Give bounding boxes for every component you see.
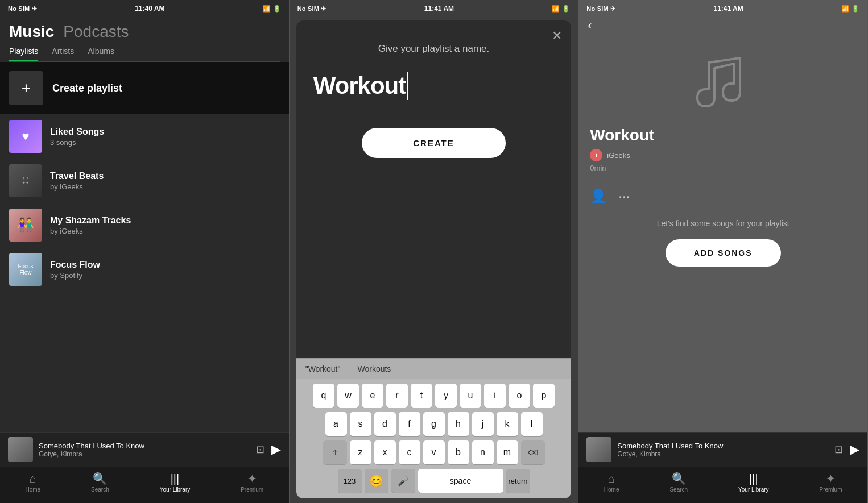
- autocomplete-workouts[interactable]: Workouts: [357, 364, 391, 373]
- add-songs-button[interactable]: ADD SONGS: [666, 239, 781, 267]
- list-item[interactable]: ♥ Liked Songs 3 songs: [0, 114, 289, 159]
- key-l[interactable]: l: [521, 412, 543, 436]
- key-t[interactable]: t: [411, 384, 432, 408]
- more-options-icon[interactable]: ···: [618, 188, 630, 204]
- search-icon-3: 🔍: [672, 472, 686, 485]
- status-center-2: 11:41 AM: [424, 5, 454, 13]
- home-icon-3: ⌂: [608, 472, 615, 485]
- play-button-1[interactable]: ▶: [271, 442, 281, 457]
- keyboard-bottom-row: 123 😊 🎤 space return: [299, 469, 569, 493]
- key-shift[interactable]: ⇧: [323, 440, 347, 464]
- travel-beats-sub: by iGeeks: [50, 182, 104, 191]
- key-f[interactable]: f: [399, 412, 420, 436]
- travel-beats-info: Travel Beats by iGeeks: [50, 171, 104, 191]
- list-item[interactable]: 👫 My Shazam Tracks by iGeeks: [0, 203, 289, 247]
- owner-row: i iGeeks: [590, 149, 856, 161]
- plus-box: +: [9, 71, 43, 105]
- key-e[interactable]: e: [362, 384, 383, 408]
- key-m[interactable]: m: [497, 440, 518, 464]
- music-note-icon: [578, 35, 867, 126]
- play-button-3[interactable]: ▶: [850, 442, 859, 457]
- travel-beats-name: Travel Beats: [50, 171, 104, 181]
- airplay-icon-1[interactable]: ⊡: [256, 443, 264, 456]
- key-k[interactable]: k: [497, 412, 518, 436]
- key-a[interactable]: a: [325, 412, 347, 436]
- key-o[interactable]: o: [509, 384, 530, 408]
- close-button[interactable]: ✕: [552, 28, 562, 43]
- focus-sub: by Spotify: [50, 271, 100, 280]
- search-icon-1: 🔍: [93, 472, 107, 485]
- status-bar-2: No SIM ✈ 11:41 AM 📶 🔋: [290, 0, 578, 16]
- key-q[interactable]: q: [313, 384, 334, 408]
- autocomplete-workout-quoted[interactable]: "Workout": [305, 364, 341, 373]
- key-u[interactable]: u: [460, 384, 481, 408]
- tab-artists[interactable]: Artists: [52, 47, 74, 61]
- key-return[interactable]: return: [506, 469, 530, 493]
- bottom-nav-3: ⌂ Home 🔍 Search ||| Your Library ✦ Premi…: [578, 467, 867, 503]
- status-right-2: 📶 🔋: [552, 5, 570, 13]
- create-button[interactable]: CREATE: [362, 128, 506, 158]
- tab-albums[interactable]: Albums: [88, 47, 114, 61]
- heart-icon: ♥: [22, 129, 29, 144]
- battery-icon-3: 🔋: [852, 5, 859, 13]
- key-h[interactable]: h: [448, 412, 469, 436]
- key-i[interactable]: i: [484, 384, 506, 408]
- battery-icon-2: 🔋: [562, 5, 570, 13]
- bottom-nav-1: ⌂ Home 🔍 Search ||| Your Library ✦ Premi…: [0, 467, 289, 503]
- key-d[interactable]: d: [374, 412, 396, 436]
- key-n[interactable]: n: [472, 440, 494, 464]
- nav-library-1[interactable]: ||| Your Library: [160, 472, 191, 493]
- keyboard-row-1: q w e r t y u i o p: [299, 384, 569, 408]
- wifi-icon-2: 📶: [552, 5, 560, 13]
- status-left-3: No SIM ✈: [586, 5, 615, 13]
- keyboard-row-2: a s d f g h j k l: [299, 412, 569, 436]
- add-follower-icon[interactable]: 👤: [590, 188, 607, 204]
- key-v[interactable]: v: [423, 440, 445, 464]
- key-space[interactable]: space: [418, 469, 503, 493]
- airplay-icon-3[interactable]: ⊡: [834, 443, 843, 456]
- nav-home-1[interactable]: ⌂ Home: [25, 472, 40, 493]
- nav-premium-1[interactable]: ✦ Premium: [241, 472, 263, 493]
- nav-home-3[interactable]: ⌂ Home: [604, 472, 619, 493]
- key-w[interactable]: w: [337, 384, 359, 408]
- key-s[interactable]: s: [350, 412, 371, 436]
- key-x[interactable]: x: [374, 440, 396, 464]
- back-button[interactable]: ‹: [578, 16, 867, 35]
- key-p[interactable]: p: [533, 384, 555, 408]
- key-backspace[interactable]: ⌫: [521, 440, 545, 464]
- nav-library-3[interactable]: ||| Your Library: [738, 472, 769, 493]
- key-z[interactable]: z: [350, 440, 371, 464]
- list-item[interactable]: FocusFlow Focus Flow by Spotify: [0, 247, 289, 292]
- premium-icon-1: ✦: [247, 472, 257, 485]
- nav-premium-3[interactable]: ✦ Premium: [820, 472, 842, 493]
- key-g[interactable]: g: [423, 412, 445, 436]
- playlist-name-text[interactable]: Workout: [313, 72, 408, 100]
- now-playing-info-1: Somebody That I Used To Know Gotye, Kimb…: [39, 442, 250, 458]
- now-playing-artist-1: Gotye, Kimbra: [39, 450, 250, 458]
- tab-playlists[interactable]: Playlists: [9, 47, 38, 61]
- key-y[interactable]: y: [435, 384, 457, 408]
- travel-beats-thumb-text: ✦✦✦✦: [21, 175, 30, 186]
- autocomplete-strip: "Workout" Workouts: [296, 358, 572, 379]
- nav-search-3[interactable]: 🔍 Search: [669, 472, 688, 493]
- now-playing-bar-3: Somebody That I Used To Know Gotye, Kimb…: [578, 432, 867, 467]
- list-item[interactable]: ✦✦✦✦ Travel Beats by iGeeks: [0, 159, 289, 203]
- key-c[interactable]: c: [399, 440, 420, 464]
- nav-search-1[interactable]: 🔍 Search: [91, 472, 109, 493]
- key-b[interactable]: b: [448, 440, 469, 464]
- key-j[interactable]: j: [472, 412, 494, 436]
- playlist-list: ♥ Liked Songs 3 songs ✦✦✦✦ Travel Beats …: [0, 114, 289, 432]
- liked-songs-name: Liked Songs: [50, 127, 104, 137]
- status-bar-3: No SIM ✈ 11:41 AM 📶 🔋: [578, 0, 867, 16]
- now-playing-bar-1: Somebody That I Used To Know Gotye, Kimb…: [0, 432, 289, 467]
- status-right-1: 📶 🔋: [263, 5, 281, 13]
- key-emoji[interactable]: 😊: [365, 469, 388, 493]
- key-mic[interactable]: 🎤: [391, 469, 415, 493]
- home-icon-1: ⌂: [30, 472, 36, 485]
- keyboard[interactable]: q w e r t y u i o p a s d f g h j k l: [296, 379, 572, 498]
- wifi-icon-3: 📶: [841, 5, 849, 13]
- home-label-3: Home: [604, 487, 619, 493]
- key-123[interactable]: 123: [338, 469, 362, 493]
- create-playlist-item[interactable]: + Create playlist: [0, 62, 289, 114]
- key-r[interactable]: r: [386, 384, 408, 408]
